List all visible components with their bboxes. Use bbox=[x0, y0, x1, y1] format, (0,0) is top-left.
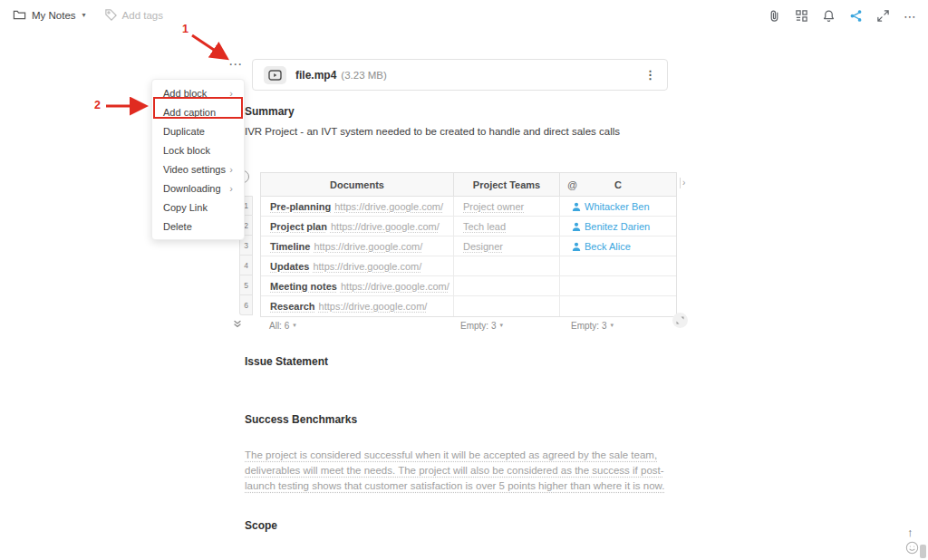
submenu-arrow-icon: › bbox=[229, 183, 233, 194]
summary-heading: Summary bbox=[245, 105, 295, 118]
chevron-down-icon: ▾ bbox=[610, 322, 614, 329]
table-expand-icon[interactable] bbox=[672, 313, 688, 328]
table-row: Pre-planninghttps://drive.google.com/ Pr… bbox=[261, 197, 676, 217]
video-filename: file.mp4 bbox=[295, 69, 336, 82]
person-icon bbox=[572, 202, 581, 211]
add-column-handle[interactable]: › bbox=[680, 178, 685, 188]
person-icon bbox=[572, 242, 581, 251]
menu-item-duplicate[interactable]: Duplicate bbox=[152, 121, 244, 140]
scroll-to-top-icon[interactable]: ↑ bbox=[907, 526, 914, 539]
submenu-arrow-icon: › bbox=[229, 164, 233, 175]
chevron-down-icon: ▾ bbox=[293, 322, 296, 329]
table-row: Updateshttps://drive.google.com/ bbox=[261, 256, 676, 276]
doc-link[interactable]: https://drive.google.com/ bbox=[331, 221, 440, 232]
person-mention[interactable]: Beck Alice bbox=[572, 241, 631, 252]
video-filesize: (3.23 MB) bbox=[341, 70, 387, 81]
doc-title: Updates bbox=[270, 261, 309, 272]
block-options-trigger-icon[interactable]: ⋯ bbox=[228, 56, 243, 72]
table-header-row: Documents Project Teams @ C bbox=[261, 173, 676, 197]
note-editor-page: My Notes ▾ Add tags bbox=[0, 0, 928, 560]
scope-heading: Scope bbox=[245, 519, 277, 532]
more-options-icon[interactable]: ⋯ bbox=[904, 12, 917, 21]
table-filter-empty-c[interactable]: Empty: 3 ▾ bbox=[571, 318, 614, 333]
menu-item-video-settings[interactable]: Video settings › bbox=[152, 159, 244, 179]
summary-paragraph: IVR Project - an IVT system needed to be… bbox=[245, 126, 620, 137]
issue-statement-heading: Issue Statement bbox=[245, 355, 328, 368]
doc-link[interactable]: https://drive.google.com/ bbox=[334, 201, 443, 212]
folder-icon bbox=[13, 8, 26, 22]
benchmarks-paragraph[interactable]: The project is considered successful whe… bbox=[245, 448, 671, 494]
doc-title: Timeline bbox=[270, 241, 310, 252]
person-mention[interactable]: Whitacker Ben bbox=[572, 201, 650, 212]
table-collapse-icon[interactable] bbox=[232, 318, 243, 329]
add-tags-label: Add tags bbox=[122, 10, 163, 21]
doc-link[interactable]: https://drive.google.com/ bbox=[313, 261, 421, 272]
feedback-smiley-icon[interactable] bbox=[905, 541, 919, 555]
table-row: Researchhttps://drive.google.com/ bbox=[261, 296, 676, 316]
tag-icon bbox=[104, 8, 118, 22]
annotation-step-1-label: 1 bbox=[182, 23, 188, 35]
column-header-documents[interactable]: Documents bbox=[261, 173, 454, 196]
add-tags-button[interactable]: Add tags bbox=[104, 8, 163, 22]
team-role: Project owner bbox=[463, 201, 524, 212]
doc-title: Research bbox=[270, 301, 315, 312]
doc-link[interactable]: https://drive.google.com/ bbox=[319, 301, 428, 312]
team-role: Tech lead bbox=[463, 221, 506, 232]
column-header-project-teams[interactable]: Project Teams bbox=[454, 173, 560, 196]
menu-item-delete[interactable]: Delete bbox=[152, 217, 244, 236]
person-mention[interactable]: Benitez Darien bbox=[572, 221, 650, 232]
video-attachment-block[interactable]: file.mp4 (3.23 MB) ⋮ bbox=[252, 59, 668, 91]
chevron-down-icon: ▾ bbox=[499, 322, 503, 329]
person-icon bbox=[572, 222, 581, 231]
notebook-name: My Notes bbox=[32, 10, 76, 21]
row-number[interactable]: 6 bbox=[239, 295, 253, 315]
share-icon[interactable] bbox=[849, 9, 863, 23]
doc-link[interactable]: https://drive.google.com/ bbox=[314, 241, 422, 252]
mention-at-icon: @ bbox=[567, 179, 577, 190]
doc-title: Pre-planning bbox=[270, 201, 331, 212]
doc-link[interactable]: https://drive.google.com/ bbox=[341, 281, 450, 292]
table-row: Project planhttps://drive.google.com/ Te… bbox=[261, 217, 676, 237]
documents-table: Documents Project Teams @ C Pre-planning… bbox=[260, 172, 677, 317]
success-benchmarks-heading: Success Benchmarks bbox=[245, 413, 357, 426]
menu-item-add-block[interactable]: Add block › bbox=[152, 83, 244, 102]
chevron-down-icon: ▾ bbox=[82, 11, 86, 19]
notebook-selector[interactable]: My Notes ▾ bbox=[13, 8, 86, 22]
team-role: Designer bbox=[463, 241, 503, 252]
table-filter-all[interactable]: All: 6 ▾ bbox=[269, 318, 296, 333]
menu-item-copy-link[interactable]: Copy Link bbox=[152, 198, 244, 217]
video-more-icon[interactable]: ⋮ bbox=[644, 69, 656, 81]
doc-title: Project plan bbox=[270, 221, 327, 232]
menu-item-add-caption[interactable]: Add caption bbox=[152, 102, 244, 121]
menu-item-downloading[interactable]: Downloading › bbox=[152, 179, 244, 198]
expand-fullscreen-icon[interactable] bbox=[876, 9, 890, 23]
video-play-icon bbox=[264, 66, 286, 84]
table-row: Meeting noteshttps://drive.google.com/ bbox=[261, 276, 676, 296]
block-context-menu: Add block › Add caption Duplicate Lock b… bbox=[151, 79, 245, 240]
submenu-arrow-icon: › bbox=[229, 88, 233, 99]
attachments-icon[interactable] bbox=[768, 9, 781, 23]
table-filter-empty-teams[interactable]: Empty: 3 ▾ bbox=[460, 318, 503, 333]
notifications-bell-icon[interactable] bbox=[822, 9, 836, 23]
blocks-grid-icon[interactable] bbox=[795, 9, 808, 23]
scrollbar-thumb[interactable] bbox=[920, 545, 926, 558]
table-row: Timelinehttps://drive.google.com/ Design… bbox=[261, 237, 676, 256]
row-number[interactable]: 5 bbox=[239, 275, 253, 295]
top-bar: My Notes ▾ Add tags bbox=[0, 0, 928, 31]
doc-title: Meeting notes bbox=[270, 281, 337, 292]
annotation-step-2-label: 2 bbox=[94, 99, 101, 111]
menu-item-lock-block[interactable]: Lock block bbox=[152, 140, 244, 159]
row-number[interactable]: 4 bbox=[239, 256, 253, 275]
column-header-c[interactable]: @ C bbox=[560, 173, 676, 196]
